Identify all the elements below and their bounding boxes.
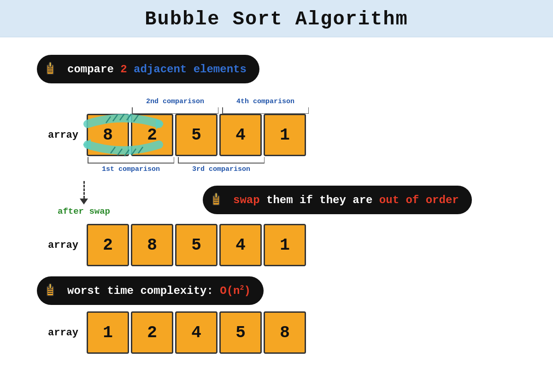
swap-red: swap (233, 194, 260, 206)
swap-red2: out of order (379, 194, 459, 206)
compare-pill: compare 2 adjacent elements (37, 55, 259, 83)
cell-swap-3: 4 (219, 224, 262, 266)
array-label-3: array (37, 327, 78, 339)
svg-rect-29 (48, 289, 53, 290)
compare-text-2: adjacent elements (127, 63, 247, 76)
svg-rect-24 (214, 202, 218, 203)
complexity-pill: worst time complexity: O(n2) (37, 276, 264, 305)
array-cells-sorted: 1 2 4 5 8 (87, 311, 306, 354)
svg-rect-23 (214, 200, 218, 201)
cell-swap-2: 5 (175, 224, 218, 266)
cell-sorted-4: 8 (264, 311, 306, 354)
cell-3: 4 (219, 114, 262, 156)
complexity-white: worst time complexity: (67, 285, 220, 297)
cell-sorted-0: 1 (87, 311, 129, 354)
svg-rect-5 (48, 71, 53, 72)
cell-4: 1 (264, 114, 306, 156)
swap-white: them if they are (260, 194, 379, 206)
svg-rect-25 (215, 193, 217, 198)
cell-sorted-2: 4 (175, 311, 218, 354)
array-row-after-swap: array 2 8 5 4 1 (37, 224, 516, 266)
main-content: compare 2 adjacent elements 2nd comparis… (0, 37, 553, 392)
svg-rect-30 (48, 291, 53, 292)
array-row-initial: array 8 2 5 4 1 (37, 114, 516, 156)
complexity-pill-text: worst time complexity: O(n2) (67, 284, 251, 297)
cell-swap-1: 8 (131, 224, 173, 266)
cell-1: 2 (131, 114, 173, 156)
svg-rect-31 (48, 293, 53, 294)
compare-number: 2 (120, 63, 127, 76)
after-swap-label: after swap (58, 206, 110, 216)
array-cells-after-swap: 2 8 5 4 1 (87, 224, 306, 266)
svg-rect-4 (48, 70, 53, 70)
cell-swap-0: 2 (87, 224, 129, 266)
cell-0: 8 (87, 114, 129, 156)
label-3rd-comparison: 3rd comparison (192, 165, 250, 173)
cell-sorted-3: 5 (219, 311, 262, 354)
compare-pill-text: compare 2 adjacent elements (67, 63, 247, 76)
svg-rect-32 (49, 284, 51, 288)
complexity-red: O(n2) (220, 285, 251, 297)
diagram-block: 2nd comparison 4th comparison (37, 88, 516, 354)
swap-pill: swap them if they are out of order (203, 186, 472, 214)
label-1st-comparison: 1st comparison (102, 165, 160, 173)
after-swap-arrow-area: after swap (37, 181, 129, 216)
page-header: Bubble Sort Algorithm (0, 0, 553, 37)
array-cells-initial: 8 2 5 4 1 (87, 114, 306, 156)
label-4th-comparison: 4th comparison (236, 98, 294, 105)
cell-sorted-1: 2 (131, 311, 173, 354)
svg-rect-22 (214, 199, 218, 199)
clip-icon-2 (211, 191, 229, 209)
clip-icon (45, 60, 63, 78)
svg-rect-3 (48, 68, 53, 69)
page-title: Bubble Sort Algorithm (0, 8, 553, 30)
label-2nd-comparison: 2nd comparison (146, 98, 204, 105)
compare-section: compare 2 adjacent elements (37, 55, 516, 83)
swap-pill-text: swap them if they are out of order (233, 194, 459, 206)
complexity-section: worst time complexity: O(n2) (37, 276, 516, 305)
cell-swap-4: 1 (264, 224, 306, 266)
compare-text-1: compare (67, 63, 120, 76)
cell-2: 5 (175, 114, 218, 156)
array-label-2: array (37, 240, 78, 251)
array-label-1: array (37, 129, 78, 141)
svg-rect-6 (49, 62, 51, 67)
clip-icon-3 (45, 282, 63, 299)
array-row-sorted: array 1 2 4 5 8 (37, 311, 516, 354)
